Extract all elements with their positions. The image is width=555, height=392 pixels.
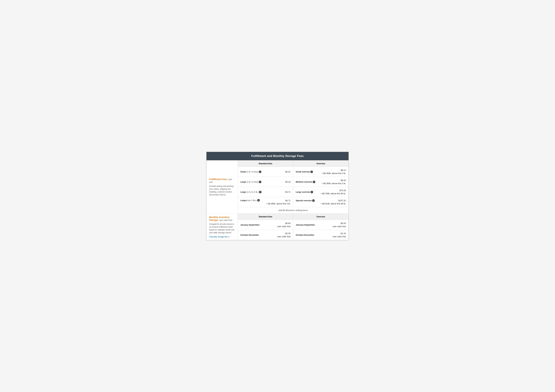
storage-over-price-1: January-September $0.43 / per cubic foot [293, 220, 349, 230]
storage-std-label-1: January-September $0.64 / per cubic foot [238, 220, 293, 230]
std-label-4: Large (over 2 lbs.) i $4.71 + $0.38/lb. … [238, 197, 293, 207]
over-info-icon-4[interactable]: i [312, 199, 315, 202]
storage-standard-size-header: Standard-Size [238, 214, 293, 220]
over-price-4: Special oversize i $137.32 + $0.91/lb. a… [293, 197, 349, 207]
std-info-icon-4[interactable]: i [257, 199, 260, 201]
fulfillment-fees-title: Fulfillment Fees / per unit [209, 178, 235, 184]
clothing-note: Add $0.40/unit for clothing items [238, 207, 349, 214]
over-price-2: Medium oversize i $9.44 + $0.38/lb. abov… [293, 177, 349, 187]
over-price-3: Large oversize i $73.18 + $0.79/lb. abov… [293, 187, 349, 197]
std-label-1: Small (1 lb. or less) i $2.41 [238, 167, 293, 177]
standard-size-header: Standard-Size [238, 160, 293, 167]
oversize-header: Oversize [293, 160, 349, 167]
page-title: Fulfillment and Monthly Storage Fees [206, 152, 349, 160]
over-info-icon-1[interactable]: i [310, 171, 313, 173]
storage-desc-cell: Monthly Inventory Storage / per cubic fo… [207, 214, 238, 240]
storage-oversize-header: Oversize [293, 214, 349, 220]
storage-title: Monthly Inventory Storage / per cubic fo… [209, 216, 235, 221]
storage-over-price-2: October-December $1.15 / per cubic foot [293, 230, 349, 240]
over-info-icon-3[interactable]: i [311, 191, 313, 193]
over-price-1: Small oversize i $8.13 + $0.38/lb. above… [293, 167, 349, 177]
std-info-icon-2[interactable]: i [259, 181, 261, 183]
std-label-3: Large (1 lb. to 2 lb.) i $4.71 [238, 187, 293, 197]
fulfillment-description: Includes picking and packing your orders… [209, 185, 235, 196]
over-info-icon-2[interactable]: i [313, 181, 315, 183]
std-info-icon-1[interactable]: i [259, 171, 261, 173]
calculate-storage-link[interactable]: Calculate storage fees > [209, 236, 235, 238]
std-label-2: Large (1 lb. or less) i $3.19 [238, 177, 293, 187]
main-container: Fulfillment and Monthly Storage Fees Ful… [206, 152, 349, 240]
storage-description: Charged for all units stored in an Amazo… [209, 223, 235, 234]
storage-std-label-2: October-December $2.35 / per cubic foot [238, 230, 293, 240]
std-info-icon-3[interactable]: i [259, 191, 262, 193]
